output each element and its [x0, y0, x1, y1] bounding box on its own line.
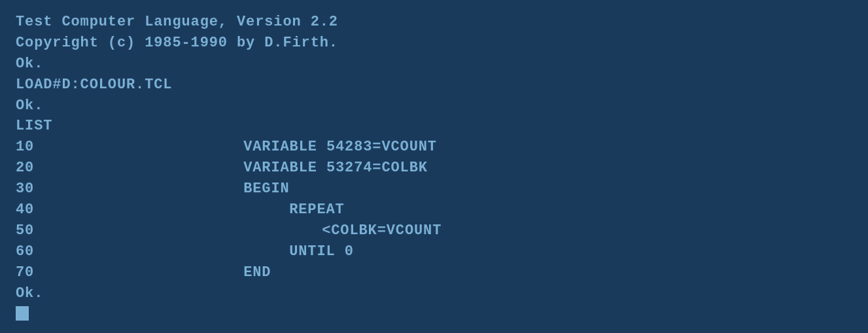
- terminal-text: Test Computer Language, Version 2.2: [16, 12, 338, 33]
- terminal-line-5: Ok.: [16, 96, 852, 116]
- terminal-text: Ok.: [16, 54, 43, 75]
- line-number: 20: [16, 158, 34, 179]
- code-text: BEGIN: [243, 179, 289, 200]
- indent-space: [34, 220, 322, 241]
- line-number: 70: [16, 262, 34, 283]
- terminal-line-10: 40REPEAT: [16, 200, 852, 220]
- code-text: <COLBK=VCOUNT: [322, 220, 442, 241]
- indent-space: [34, 137, 243, 158]
- indent-space: [34, 262, 243, 283]
- terminal-text: Copyright (c) 1985-1990 by D.Firth.: [16, 33, 338, 54]
- terminal-line-2: Copyright (c) 1985-1990 by D.Firth.: [16, 33, 852, 54]
- line-number: 10: [16, 137, 34, 158]
- terminal-line-4: LOAD#D:COLOUR.TCL: [16, 75, 852, 96]
- terminal-line-11: 50<COLBK=VCOUNT: [16, 220, 852, 241]
- indent-space: [34, 179, 243, 200]
- terminal-line-6: LIST: [16, 116, 852, 137]
- line-number: 30: [16, 179, 34, 200]
- terminal-line-8: 20VARIABLE 53274=COLBK: [16, 158, 852, 179]
- terminal-line-12: 60UNTIL 0: [16, 241, 852, 262]
- terminal-text: LOAD#D:COLOUR.TCL: [16, 75, 172, 96]
- code-text: UNTIL 0: [289, 241, 354, 262]
- terminal-line-7: 10VARIABLE 54283=VCOUNT: [16, 137, 852, 158]
- line-number: 40: [16, 200, 34, 220]
- line-number: 60: [16, 241, 34, 262]
- terminal-line-14: Ok.: [16, 283, 852, 304]
- terminal-cursor-line: [16, 304, 852, 321]
- terminal-line-1: Test Computer Language, Version 2.2: [16, 12, 852, 33]
- terminal-text: Ok.: [16, 96, 43, 116]
- terminal-line-3: Ok.: [16, 54, 852, 75]
- terminal-window: Test Computer Language, Version 2.2 Copy…: [0, 0, 868, 333]
- indent-space: [34, 200, 289, 220]
- terminal-text: LIST: [16, 116, 52, 137]
- code-text: VARIABLE 54283=VCOUNT: [243, 137, 437, 158]
- indent-space: [34, 158, 243, 179]
- line-number: 50: [16, 220, 34, 241]
- terminal-line-9: 30BEGIN: [16, 179, 852, 200]
- terminal-cursor: [16, 306, 29, 321]
- terminal-line-13: 70END: [16, 262, 852, 283]
- terminal-text: Ok.: [16, 283, 43, 304]
- code-text: END: [243, 262, 271, 283]
- indent-space: [34, 241, 289, 262]
- code-text: REPEAT: [289, 200, 345, 220]
- code-text: VARIABLE 53274=COLBK: [243, 158, 428, 179]
